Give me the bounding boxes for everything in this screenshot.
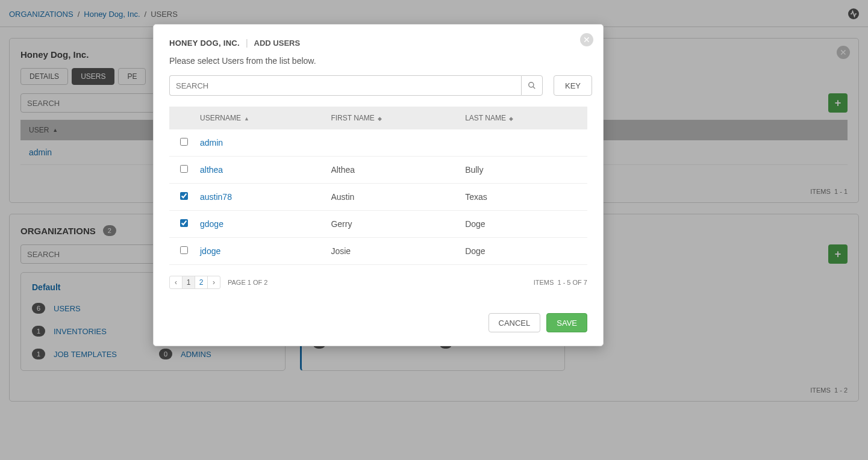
- add-users-modal: ✕ HONEY DOG, INC. | ADD USERS Please sel…: [153, 24, 604, 346]
- sort-asc-icon: ▲: [244, 116, 249, 122]
- divider: |: [246, 38, 248, 48]
- table-row: gdogeGerryDoge: [169, 211, 587, 238]
- username-link[interactable]: jdoge: [200, 246, 220, 256]
- table-row: admin: [169, 129, 587, 157]
- pager-page-2[interactable]: 2: [195, 276, 208, 289]
- save-button[interactable]: SAVE: [546, 313, 587, 332]
- users-table: USERNAME▲ FIRST NAME◆ LAST NAME◆ adminal…: [169, 107, 587, 265]
- row-checkbox[interactable]: [180, 246, 188, 254]
- column-firstname[interactable]: FIRST NAME◆: [325, 107, 459, 129]
- modal-org-name: HONEY DOG, INC.: [169, 39, 240, 48]
- first-name-cell: [325, 129, 459, 157]
- column-select: [169, 107, 194, 129]
- column-username[interactable]: USERNAME▲: [194, 107, 325, 129]
- svg-line-1: [533, 87, 535, 89]
- row-checkbox[interactable]: [180, 165, 188, 173]
- modal-title: ADD USERS: [254, 39, 301, 48]
- items-count: ITEMS 1 - 5 OF 7: [534, 279, 587, 286]
- username-link[interactable]: althea: [200, 165, 223, 175]
- key-button[interactable]: KEY: [554, 75, 592, 96]
- close-icon[interactable]: ✕: [580, 33, 593, 46]
- table-row: jdogeJosieDoge: [169, 238, 587, 265]
- last-name-cell: Bully: [459, 157, 587, 184]
- first-name-cell: Austin: [325, 184, 459, 211]
- search-input[interactable]: [169, 75, 521, 96]
- username-link[interactable]: admin: [200, 138, 223, 148]
- username-link[interactable]: gdoge: [200, 219, 223, 229]
- pager-prev[interactable]: ‹: [169, 276, 183, 289]
- pager: ‹ 1 2 ›: [169, 276, 220, 289]
- last-name-cell: Texas: [459, 184, 587, 211]
- pager-next[interactable]: ›: [207, 276, 220, 289]
- cancel-button[interactable]: CANCEL: [489, 313, 541, 332]
- table-row: altheaAltheaBully: [169, 157, 587, 184]
- svg-point-0: [529, 82, 534, 87]
- last-name-cell: [459, 129, 587, 157]
- table-row: austin78AustinTexas: [169, 184, 587, 211]
- row-checkbox[interactable]: [180, 219, 188, 227]
- search-button[interactable]: [521, 75, 543, 96]
- last-name-cell: Doge: [459, 211, 587, 238]
- pager-page-1[interactable]: 1: [182, 276, 195, 289]
- column-lastname[interactable]: LAST NAME◆: [459, 107, 587, 129]
- row-checkbox[interactable]: [180, 192, 188, 200]
- page-of-label: PAGE 1 OF 2: [228, 279, 267, 286]
- first-name-cell: Josie: [325, 238, 459, 265]
- modal-instructions: Please select Users from the list below.: [169, 56, 587, 66]
- sort-icon: ◆: [509, 116, 513, 122]
- first-name-cell: Althea: [325, 157, 459, 184]
- username-link[interactable]: austin78: [200, 192, 232, 202]
- last-name-cell: Doge: [459, 238, 587, 265]
- sort-icon: ◆: [378, 116, 382, 122]
- row-checkbox[interactable]: [180, 138, 188, 146]
- first-name-cell: Gerry: [325, 211, 459, 238]
